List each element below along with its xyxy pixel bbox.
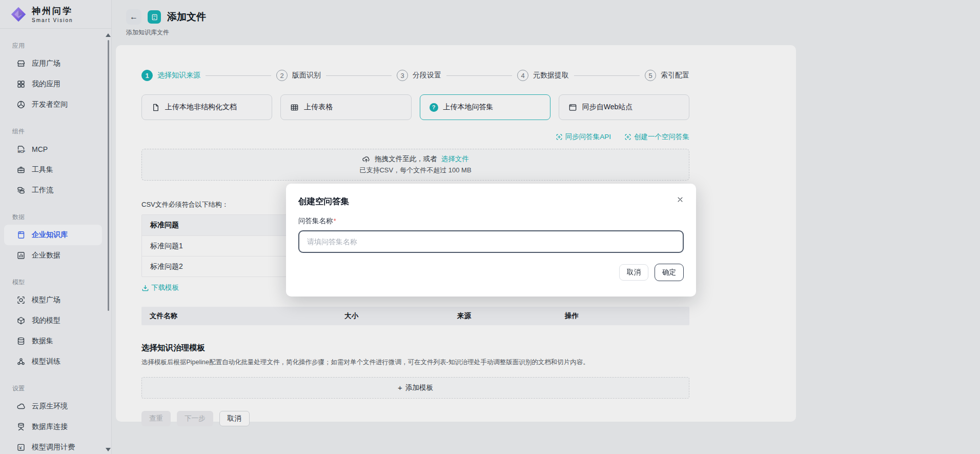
- required-mark: *: [334, 217, 336, 225]
- close-icon: [677, 196, 684, 203]
- modal-confirm-button[interactable]: 确定: [655, 264, 684, 281]
- qa-name-input[interactable]: [298, 230, 684, 253]
- modal-cancel-button[interactable]: 取消: [619, 264, 648, 281]
- modal-footer: 取消 确定: [298, 264, 684, 281]
- qa-name-label: 问答集名称*: [298, 216, 684, 226]
- create-qa-modal: 创建空问答集 问答集名称* 取消 确定: [286, 184, 696, 297]
- close-button[interactable]: [676, 195, 685, 204]
- modal-title: 创建空问答集: [298, 196, 684, 207]
